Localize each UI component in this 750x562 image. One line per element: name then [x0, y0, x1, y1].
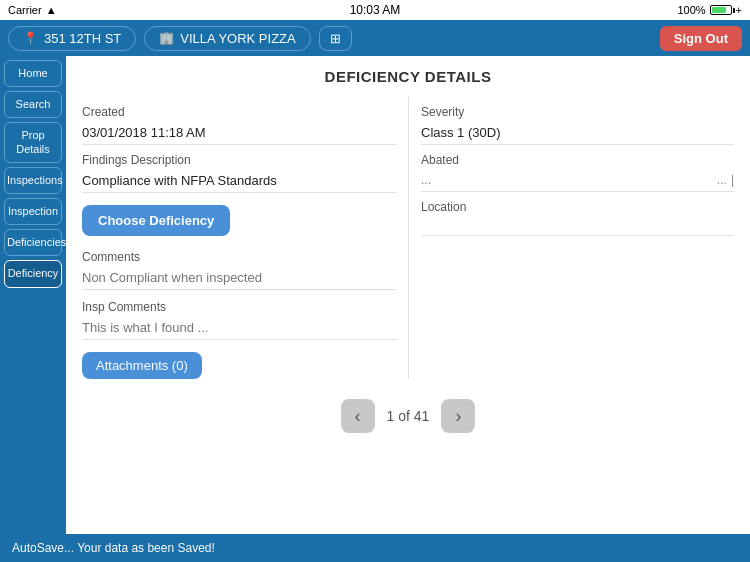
prev-page-button[interactable]: ‹	[341, 399, 375, 433]
abated-label: Abated	[421, 153, 734, 167]
battery-percent: 100%	[677, 4, 705, 16]
extra-icon: ⊞	[330, 31, 341, 46]
sidebar-item-deficiency[interactable]: Deficiency	[4, 260, 62, 287]
sidebar: Home Search Prop Details Inspections Ins…	[0, 56, 66, 534]
location-icon: 📍	[23, 31, 38, 45]
comments-input[interactable]	[82, 266, 396, 290]
location-value	[421, 216, 734, 236]
status-left: Carrier ▲	[8, 4, 57, 16]
page-info: 1 of 41	[387, 408, 430, 424]
location-label: Location	[421, 200, 734, 214]
battery-fill	[712, 7, 726, 13]
severity-value: Class 1 (30D)	[421, 121, 734, 145]
created-value: 03/01/2018 11:18 AM	[82, 121, 396, 145]
abated-field-1[interactable]	[421, 173, 713, 187]
business-name: VILLA YORK PIZZA	[180, 31, 295, 46]
nav-address[interactable]: 📍 351 12TH ST	[8, 26, 136, 51]
next-page-button[interactable]: ›	[441, 399, 475, 433]
battery-icon	[710, 5, 732, 15]
sidebar-item-inspections[interactable]: Inspections	[4, 167, 62, 194]
status-right: 100% +	[677, 4, 742, 16]
choose-deficiency-button[interactable]: Choose Deficiency	[82, 205, 230, 236]
form-right: Severity Class 1 (30D) Abated ... | Loca…	[408, 97, 734, 379]
comments-label: Comments	[82, 250, 396, 264]
findings-value: Compliance with NFPA Standards	[82, 169, 396, 193]
sidebar-item-prop-details[interactable]: Prop Details	[4, 122, 62, 162]
form-grid: Created 03/01/2018 11:18 AM Findings Des…	[82, 97, 734, 379]
created-label: Created	[82, 105, 396, 119]
status-time: 10:03 AM	[350, 3, 401, 17]
page-title: DEFICIENCY DETAILS	[82, 68, 734, 85]
autosave-text: AutoSave... Your data as been Saved!	[12, 541, 215, 555]
battery-tip	[733, 8, 735, 13]
bottom-bar: AutoSave... Your data as been Saved!	[0, 534, 750, 562]
pagination-row: ‹ 1 of 41 ›	[82, 399, 734, 433]
main-content: DEFICIENCY DETAILS Created 03/01/2018 11…	[66, 56, 750, 534]
abated-row: ... |	[421, 169, 734, 192]
insp-comments-label: Insp Comments	[82, 300, 396, 314]
sidebar-item-search[interactable]: Search	[4, 91, 62, 118]
abated-divider-1: ...	[717, 173, 727, 187]
address-text: 351 12TH ST	[44, 31, 121, 46]
top-nav: 📍 351 12TH ST 🏢 VILLA YORK PIZZA ⊞ Sign …	[0, 20, 750, 56]
carrier-text: Carrier	[8, 4, 42, 16]
nav-extra-icon[interactable]: ⊞	[319, 26, 352, 51]
main-layout: Home Search Prop Details Inspections Ins…	[0, 56, 750, 534]
attachments-button[interactable]: Attachments (0)	[82, 352, 202, 379]
severity-label: Severity	[421, 105, 734, 119]
findings-label: Findings Description	[82, 153, 396, 167]
wifi-icon: ▲	[46, 4, 57, 16]
battery-plus: +	[736, 4, 742, 16]
building-icon: 🏢	[159, 31, 174, 45]
status-bar: Carrier ▲ 10:03 AM 100% +	[0, 0, 750, 20]
sidebar-item-home[interactable]: Home	[4, 60, 62, 87]
sidebar-item-deficiencies[interactable]: Deficiencies	[4, 229, 62, 256]
form-left: Created 03/01/2018 11:18 AM Findings Des…	[82, 97, 408, 379]
abated-divider-2: |	[731, 173, 734, 187]
sidebar-item-inspection[interactable]: Inspection	[4, 198, 62, 225]
insp-comments-input[interactable]	[82, 316, 396, 340]
sign-out-button[interactable]: Sign Out	[660, 26, 742, 51]
nav-business[interactable]: 🏢 VILLA YORK PIZZA	[144, 26, 310, 51]
